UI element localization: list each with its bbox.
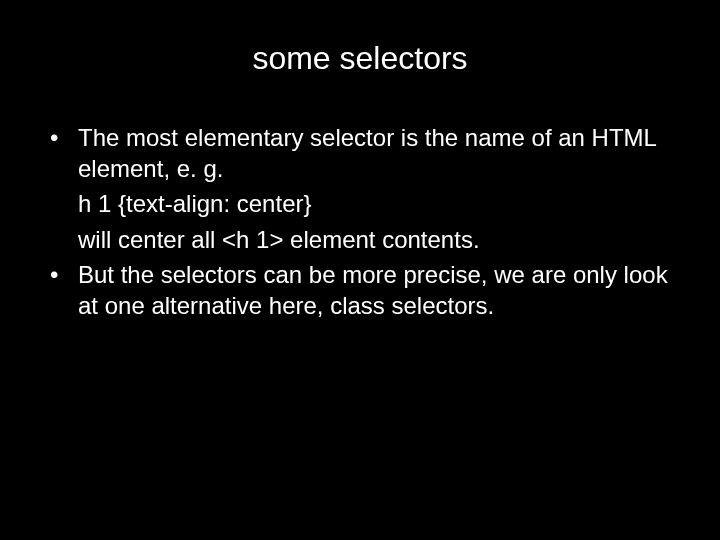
bullet-subline: will center all <h 1> element contents. <box>50 224 670 255</box>
bullet-item: • But the selectors can be more precise,… <box>50 259 670 321</box>
bullet-item: • The most elementary selector is the na… <box>50 122 670 184</box>
slide-content: • The most elementary selector is the na… <box>40 122 680 321</box>
slide: some selectors • The most elementary sel… <box>0 0 720 540</box>
bullet-text: The most elementary selector is the name… <box>78 122 670 184</box>
slide-title: some selectors <box>40 40 680 77</box>
bullet-marker: • <box>50 259 78 321</box>
bullet-marker: • <box>50 122 78 184</box>
bullet-text: But the selectors can be more precise, w… <box>78 259 670 321</box>
bullet-subline: h 1 {text-align: center} <box>50 188 670 219</box>
